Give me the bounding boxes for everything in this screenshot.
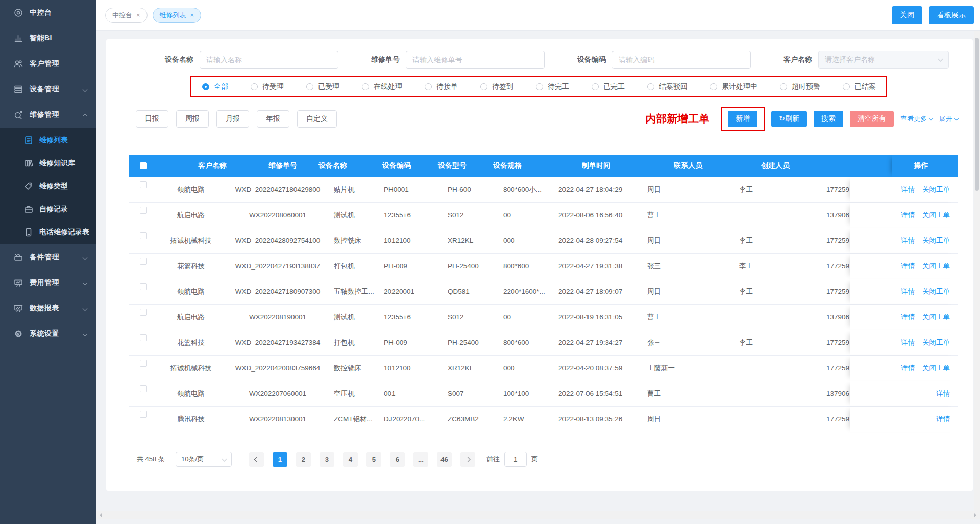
cell-device-model: QD581 — [446, 288, 501, 295]
close-button[interactable]: 关闭 — [892, 6, 922, 24]
close-order-link[interactable]: 关闭工单 — [922, 287, 950, 296]
page-button[interactable]: 5 — [366, 452, 381, 467]
status-radio[interactable]: 待签到 — [480, 82, 513, 91]
report-tab-button[interactable]: 周报 — [176, 110, 209, 128]
page-button[interactable]: 46 — [437, 452, 452, 467]
row-checkbox[interactable] — [129, 279, 158, 290]
status-radio[interactable]: 已结案 — [843, 82, 876, 91]
row-checkbox[interactable] — [129, 407, 158, 418]
page-button[interactable]: ... — [413, 452, 428, 467]
column-header: 设备编码 — [380, 161, 436, 170]
close-order-link[interactable]: 关闭工单 — [922, 211, 950, 220]
row-checkbox[interactable] — [129, 305, 158, 316]
status-radio[interactable]: 已完工 — [592, 82, 625, 91]
sidebar-item-console[interactable]: 中控台 — [0, 0, 96, 26]
status-radio[interactable]: 待受理 — [251, 82, 284, 91]
detail-link[interactable]: 详情 — [936, 415, 950, 424]
sidebar-item-repair[interactable]: 维修管理 — [0, 102, 96, 128]
tab-close-icon[interactable]: × — [190, 11, 194, 19]
next-page-button[interactable] — [460, 452, 475, 467]
clear-all-button[interactable]: 清空所有 — [850, 111, 894, 127]
select-all-checkbox[interactable] — [129, 162, 158, 169]
row-checkbox[interactable] — [129, 254, 158, 265]
close-order-link[interactable]: 关闭工单 — [922, 313, 950, 322]
close-order-link[interactable]: 关闭工单 — [922, 338, 950, 347]
scroll-left-arrow-icon[interactable] — [97, 513, 102, 517]
customer-name-select[interactable]: 请选择客户名称 — [818, 51, 949, 69]
report-tab-button[interactable]: 自定义 — [297, 110, 337, 128]
refresh-button[interactable]: ↻刷新 — [771, 111, 807, 127]
close-order-link[interactable]: 关闭工单 — [922, 236, 950, 245]
sidebar-item-phone-records[interactable]: 电话维修记录表 — [0, 220, 96, 243]
status-radio[interactable]: 累计处理中 — [710, 82, 757, 91]
sidebar-item-self-repair[interactable]: 自修记录 — [0, 197, 96, 220]
radio-icon — [647, 83, 654, 90]
row-checkbox[interactable] — [129, 330, 158, 341]
tab-close-icon[interactable]: × — [136, 11, 140, 19]
tab-repair-list[interactable]: 维修列表 × — [153, 8, 202, 23]
close-order-link[interactable]: 关闭工单 — [922, 262, 950, 271]
detail-link[interactable]: 详情 — [936, 389, 950, 398]
sidebar-item-equipment[interactable]: 设备管理 — [0, 77, 96, 102]
board-display-button[interactable]: 看板展示 — [929, 6, 974, 24]
status-radio[interactable]: 待接单 — [425, 82, 458, 91]
device-name-input[interactable] — [200, 51, 338, 69]
add-button[interactable]: 新增 — [728, 111, 757, 127]
detail-link[interactable]: 详情 — [901, 262, 915, 271]
page-button[interactable]: 6 — [390, 452, 405, 467]
sidebar-item-label: 电话维修记录表 — [39, 228, 89, 237]
report-tab-button[interactable]: 日报 — [136, 110, 168, 128]
order-no-input[interactable] — [406, 51, 545, 69]
detail-link[interactable]: 详情 — [901, 287, 915, 296]
search-button[interactable]: 搜索 — [814, 111, 843, 127]
status-radio[interactable]: 在线处理 — [362, 82, 402, 91]
cell-customer: 领航电路 — [158, 287, 224, 296]
sidebar-item-settings[interactable]: 系统设置 — [0, 321, 96, 346]
page-button[interactable]: 4 — [343, 452, 358, 467]
report-tab-button[interactable]: 月报 — [216, 110, 249, 128]
status-radio[interactable]: 结案驳回 — [647, 82, 688, 91]
sidebar-item-spare-parts[interactable]: 备件管理 — [0, 244, 96, 270]
tab-console[interactable]: 中控台 × — [105, 8, 148, 23]
page-button[interactable]: 1 — [273, 452, 287, 467]
detail-link[interactable]: 详情 — [901, 185, 915, 194]
cell-order-no: WXD_20220420083759664 — [224, 364, 332, 372]
detail-link[interactable]: 详情 — [901, 313, 915, 322]
scroll-right-arrow-icon[interactable] — [974, 513, 978, 517]
status-radio[interactable]: 已受理 — [306, 82, 339, 91]
detail-link[interactable]: 详情 — [901, 211, 915, 220]
report-tab-button[interactable]: 年报 — [257, 110, 289, 128]
page-size-select[interactable]: 10条/页 — [176, 452, 232, 467]
row-checkbox[interactable] — [129, 381, 158, 392]
sidebar-item-repair-type[interactable]: 维修类型 — [0, 174, 96, 197]
view-more-link[interactable]: 查看更多 — [900, 114, 933, 123]
scrollbar-thumb[interactable] — [975, 38, 979, 191]
page-button[interactable]: 3 — [320, 452, 334, 467]
row-checkbox[interactable] — [129, 228, 158, 239]
cell-contact: 曹工 — [645, 313, 737, 322]
status-radio[interactable]: 待完工 — [536, 82, 569, 91]
vertical-scrollbar[interactable] — [974, 31, 980, 511]
sidebar-item-repair-list[interactable]: 维修列表 — [0, 129, 96, 152]
status-radio[interactable]: 全部 — [202, 82, 228, 91]
sidebar-item-customers[interactable]: 客户管理 — [0, 51, 96, 77]
expand-link[interactable]: 展开 — [939, 114, 958, 123]
close-order-link[interactable]: 关闭工单 — [922, 185, 950, 194]
device-code-input[interactable] — [612, 51, 751, 69]
prev-page-button[interactable] — [249, 452, 264, 467]
row-checkbox[interactable] — [129, 203, 158, 214]
row-checkbox[interactable] — [129, 177, 158, 188]
horizontal-scrollbar[interactable] — [96, 511, 980, 519]
status-radio[interactable]: 超时预警 — [780, 82, 820, 91]
page-button[interactable]: 2 — [296, 452, 311, 467]
row-checkbox[interactable] — [129, 356, 158, 367]
close-order-link[interactable]: 关闭工单 — [922, 364, 950, 373]
sidebar-item-bi[interactable]: 智能BI — [0, 26, 96, 51]
detail-link[interactable]: 详情 — [901, 338, 915, 347]
detail-link[interactable]: 详情 — [901, 236, 915, 245]
detail-link[interactable]: 详情 — [901, 364, 915, 373]
sidebar-item-cost[interactable]: 费用管理 — [0, 270, 96, 295]
sidebar-item-data-report[interactable]: 数据报表 — [0, 295, 96, 321]
sidebar-item-knowledge-base[interactable]: 维修知识库 — [0, 152, 96, 174]
goto-page-input[interactable] — [504, 452, 527, 467]
